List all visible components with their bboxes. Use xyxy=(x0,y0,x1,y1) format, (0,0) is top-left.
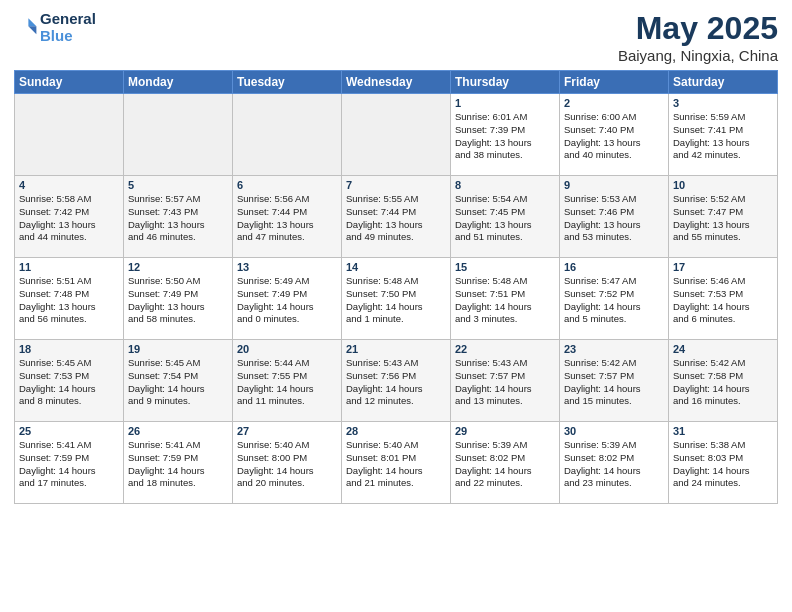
day-cell: 29Sunrise: 5:39 AM Sunset: 8:02 PM Dayli… xyxy=(451,422,560,504)
day-number: 13 xyxy=(237,261,337,273)
day-cell: 27Sunrise: 5:40 AM Sunset: 8:00 PM Dayli… xyxy=(233,422,342,504)
day-info: Sunrise: 5:54 AM Sunset: 7:45 PM Dayligh… xyxy=(455,193,555,244)
col-saturday: Saturday xyxy=(669,71,778,94)
day-info: Sunrise: 5:50 AM Sunset: 7:49 PM Dayligh… xyxy=(128,275,228,326)
day-cell: 12Sunrise: 5:50 AM Sunset: 7:49 PM Dayli… xyxy=(124,258,233,340)
day-info: Sunrise: 5:55 AM Sunset: 7:44 PM Dayligh… xyxy=(346,193,446,244)
title-block: May 2025 Baiyang, Ningxia, China xyxy=(618,10,778,64)
day-info: Sunrise: 5:48 AM Sunset: 7:50 PM Dayligh… xyxy=(346,275,446,326)
day-number: 3 xyxy=(673,97,773,109)
col-friday: Friday xyxy=(560,71,669,94)
day-cell: 11Sunrise: 5:51 AM Sunset: 7:48 PM Dayli… xyxy=(15,258,124,340)
day-cell: 26Sunrise: 5:41 AM Sunset: 7:59 PM Dayli… xyxy=(124,422,233,504)
col-tuesday: Tuesday xyxy=(233,71,342,94)
day-cell: 21Sunrise: 5:43 AM Sunset: 7:56 PM Dayli… xyxy=(342,340,451,422)
day-cell: 4Sunrise: 5:58 AM Sunset: 7:42 PM Daylig… xyxy=(15,176,124,258)
day-number: 6 xyxy=(237,179,337,191)
day-number: 20 xyxy=(237,343,337,355)
day-cell: 30Sunrise: 5:39 AM Sunset: 8:02 PM Dayli… xyxy=(560,422,669,504)
calendar-page: General Blue May 2025 Baiyang, Ningxia, … xyxy=(0,0,792,612)
day-number: 1 xyxy=(455,97,555,109)
day-number: 27 xyxy=(237,425,337,437)
day-number: 16 xyxy=(564,261,664,273)
day-info: Sunrise: 5:40 AM Sunset: 8:00 PM Dayligh… xyxy=(237,439,337,490)
day-number: 21 xyxy=(346,343,446,355)
day-info: Sunrise: 5:48 AM Sunset: 7:51 PM Dayligh… xyxy=(455,275,555,326)
day-info: Sunrise: 5:41 AM Sunset: 7:59 PM Dayligh… xyxy=(19,439,119,490)
col-wednesday: Wednesday xyxy=(342,71,451,94)
day-info: Sunrise: 5:39 AM Sunset: 8:02 PM Dayligh… xyxy=(564,439,664,490)
day-number: 25 xyxy=(19,425,119,437)
calendar-body: 1Sunrise: 6:01 AM Sunset: 7:39 PM Daylig… xyxy=(15,94,778,504)
day-number: 5 xyxy=(128,179,228,191)
day-number: 29 xyxy=(455,425,555,437)
logo-line1: General xyxy=(40,10,96,27)
day-number: 4 xyxy=(19,179,119,191)
day-info: Sunrise: 5:40 AM Sunset: 8:01 PM Dayligh… xyxy=(346,439,446,490)
day-info: Sunrise: 5:42 AM Sunset: 7:58 PM Dayligh… xyxy=(673,357,773,408)
day-cell: 6Sunrise: 5:56 AM Sunset: 7:44 PM Daylig… xyxy=(233,176,342,258)
day-number: 11 xyxy=(19,261,119,273)
day-number: 23 xyxy=(564,343,664,355)
day-info: Sunrise: 5:57 AM Sunset: 7:43 PM Dayligh… xyxy=(128,193,228,244)
day-number: 22 xyxy=(455,343,555,355)
day-cell: 19Sunrise: 5:45 AM Sunset: 7:54 PM Dayli… xyxy=(124,340,233,422)
day-info: Sunrise: 5:38 AM Sunset: 8:03 PM Dayligh… xyxy=(673,439,773,490)
day-info: Sunrise: 5:46 AM Sunset: 7:53 PM Dayligh… xyxy=(673,275,773,326)
day-cell: 18Sunrise: 5:45 AM Sunset: 7:53 PM Dayli… xyxy=(15,340,124,422)
day-info: Sunrise: 5:58 AM Sunset: 7:42 PM Dayligh… xyxy=(19,193,119,244)
day-info: Sunrise: 5:43 AM Sunset: 7:57 PM Dayligh… xyxy=(455,357,555,408)
day-number: 12 xyxy=(128,261,228,273)
day-cell: 8Sunrise: 5:54 AM Sunset: 7:45 PM Daylig… xyxy=(451,176,560,258)
day-info: Sunrise: 5:45 AM Sunset: 7:53 PM Dayligh… xyxy=(19,357,119,408)
day-cell: 13Sunrise: 5:49 AM Sunset: 7:49 PM Dayli… xyxy=(233,258,342,340)
day-number: 30 xyxy=(564,425,664,437)
day-number: 9 xyxy=(564,179,664,191)
day-cell: 3Sunrise: 5:59 AM Sunset: 7:41 PM Daylig… xyxy=(669,94,778,176)
week-row-3: 11Sunrise: 5:51 AM Sunset: 7:48 PM Dayli… xyxy=(15,258,778,340)
day-cell xyxy=(342,94,451,176)
day-number: 14 xyxy=(346,261,446,273)
day-cell: 16Sunrise: 5:47 AM Sunset: 7:52 PM Dayli… xyxy=(560,258,669,340)
col-thursday: Thursday xyxy=(451,71,560,94)
day-cell: 9Sunrise: 5:53 AM Sunset: 7:46 PM Daylig… xyxy=(560,176,669,258)
day-cell: 20Sunrise: 5:44 AM Sunset: 7:55 PM Dayli… xyxy=(233,340,342,422)
day-number: 28 xyxy=(346,425,446,437)
day-info: Sunrise: 5:52 AM Sunset: 7:47 PM Dayligh… xyxy=(673,193,773,244)
calendar-table: Sunday Monday Tuesday Wednesday Thursday… xyxy=(14,70,778,504)
day-info: Sunrise: 5:56 AM Sunset: 7:44 PM Dayligh… xyxy=(237,193,337,244)
day-number: 18 xyxy=(19,343,119,355)
day-number: 24 xyxy=(673,343,773,355)
day-number: 8 xyxy=(455,179,555,191)
day-number: 7 xyxy=(346,179,446,191)
day-cell: 10Sunrise: 5:52 AM Sunset: 7:47 PM Dayli… xyxy=(669,176,778,258)
day-info: Sunrise: 5:53 AM Sunset: 7:46 PM Dayligh… xyxy=(564,193,664,244)
day-cell: 1Sunrise: 6:01 AM Sunset: 7:39 PM Daylig… xyxy=(451,94,560,176)
week-row-4: 18Sunrise: 5:45 AM Sunset: 7:53 PM Dayli… xyxy=(15,340,778,422)
day-info: Sunrise: 5:44 AM Sunset: 7:55 PM Dayligh… xyxy=(237,357,337,408)
day-cell xyxy=(233,94,342,176)
day-info: Sunrise: 5:43 AM Sunset: 7:56 PM Dayligh… xyxy=(346,357,446,408)
col-sunday: Sunday xyxy=(15,71,124,94)
col-monday: Monday xyxy=(124,71,233,94)
day-cell xyxy=(124,94,233,176)
day-cell: 14Sunrise: 5:48 AM Sunset: 7:50 PM Dayli… xyxy=(342,258,451,340)
day-number: 2 xyxy=(564,97,664,109)
day-info: Sunrise: 5:59 AM Sunset: 7:41 PM Dayligh… xyxy=(673,111,773,162)
day-cell: 7Sunrise: 5:55 AM Sunset: 7:44 PM Daylig… xyxy=(342,176,451,258)
day-info: Sunrise: 5:49 AM Sunset: 7:49 PM Dayligh… xyxy=(237,275,337,326)
day-info: Sunrise: 5:47 AM Sunset: 7:52 PM Dayligh… xyxy=(564,275,664,326)
day-info: Sunrise: 6:01 AM Sunset: 7:39 PM Dayligh… xyxy=(455,111,555,162)
month-title: May 2025 xyxy=(618,10,778,47)
day-info: Sunrise: 5:42 AM Sunset: 7:57 PM Dayligh… xyxy=(564,357,664,408)
day-info: Sunrise: 5:51 AM Sunset: 7:48 PM Dayligh… xyxy=(19,275,119,326)
day-number: 17 xyxy=(673,261,773,273)
header-row: Sunday Monday Tuesday Wednesday Thursday… xyxy=(15,71,778,94)
logo: General Blue xyxy=(14,10,96,44)
day-number: 19 xyxy=(128,343,228,355)
day-number: 31 xyxy=(673,425,773,437)
day-cell: 28Sunrise: 5:40 AM Sunset: 8:01 PM Dayli… xyxy=(342,422,451,504)
calendar-header: Sunday Monday Tuesday Wednesday Thursday… xyxy=(15,71,778,94)
logo-icon xyxy=(14,15,38,39)
day-cell xyxy=(15,94,124,176)
